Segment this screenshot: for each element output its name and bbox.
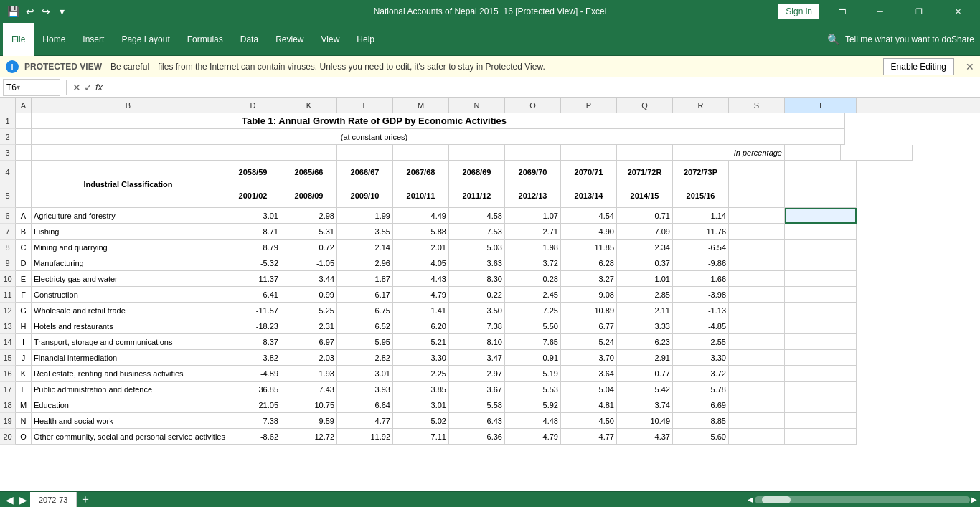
tab-file[interactable]: File	[3, 23, 34, 56]
tab-insert[interactable]: Insert	[74, 23, 113, 56]
next-sheet-icon[interactable]: ▶	[17, 494, 30, 506]
cell-15-v7[interactable]: 2.91	[617, 350, 673, 366]
cell-10-v0[interactable]: 11.37	[225, 271, 281, 287]
cell-13-t[interactable]	[785, 318, 857, 334]
cell-6-v2[interactable]: 1.99	[337, 208, 393, 224]
cell-20-label[interactable]: Other community, social and personal ser…	[32, 429, 225, 445]
cell-5-s[interactable]	[729, 184, 785, 208]
cell-13-v3[interactable]: 6.20	[393, 318, 449, 334]
cell-12-v1[interactable]: 5.25	[281, 303, 337, 318]
cell-6-label[interactable]: Agriculture and forestry	[32, 208, 225, 224]
sign-in-button[interactable]: Sign in	[778, 4, 819, 19]
tab-help[interactable]: Help	[348, 23, 383, 56]
cell-19-v7[interactable]: 10.49	[617, 413, 673, 429]
cell-15-code[interactable]: J	[16, 350, 32, 366]
cell-20-v5[interactable]: 4.79	[505, 429, 561, 445]
cell-14-v4[interactable]: 8.10	[449, 334, 505, 350]
cell-9-code[interactable]: D	[16, 255, 32, 271]
cell-8-v8[interactable]: -6.54	[673, 240, 729, 255]
scroll-left-icon[interactable]: ◀	[748, 496, 753, 503]
cell-1-a[interactable]	[16, 113, 32, 129]
ribbon-collapse-icon[interactable]: 🗖	[825, 0, 858, 23]
cell-17-label[interactable]: Public administration and defence	[32, 382, 225, 397]
cell-14-v3[interactable]: 5.21	[393, 334, 449, 350]
cell-7-v3[interactable]: 5.88	[393, 224, 449, 240]
cell-16-s[interactable]	[729, 366, 785, 382]
cell-3-m[interactable]	[393, 145, 449, 161]
cell-17-v2[interactable]: 3.93	[337, 382, 393, 397]
cell-1-t[interactable]	[773, 113, 845, 129]
cell-7-s[interactable]	[729, 224, 785, 240]
cell-4-a[interactable]	[16, 161, 32, 184]
cell-13-v6[interactable]: 6.77	[561, 318, 617, 334]
cell-12-s[interactable]	[729, 303, 785, 318]
cell-12-v8[interactable]: -1.13	[673, 303, 729, 318]
cell-19-v8[interactable]: 8.85	[673, 413, 729, 429]
redo-icon[interactable]: ↪	[39, 4, 53, 19]
cell-6-v8[interactable]: 1.14	[673, 208, 729, 224]
cell-14-v5[interactable]: 7.65	[505, 334, 561, 350]
cell-14-t[interactable]	[785, 334, 857, 350]
cell-7-v2[interactable]: 3.55	[337, 224, 393, 240]
col-header-b[interactable]: B	[32, 98, 225, 113]
cell-2-a[interactable]	[16, 129, 32, 145]
cell-12-label[interactable]: Wholesale and retail trade	[32, 303, 225, 318]
col-header-t[interactable]: T	[785, 98, 857, 113]
cell-3-b[interactable]	[32, 145, 225, 161]
cell-16-label[interactable]: Real estate, renting and business activi…	[32, 366, 225, 382]
minimize-icon[interactable]: ─	[864, 0, 897, 23]
cell-15-v6[interactable]: 3.70	[561, 350, 617, 366]
cell-20-v3[interactable]: 7.11	[393, 429, 449, 445]
cell-13-code[interactable]: H	[16, 318, 32, 334]
cell-5-a[interactable]	[16, 184, 32, 208]
cell-20-v1[interactable]: 12.72	[281, 429, 337, 445]
cell-9-s[interactable]	[729, 255, 785, 271]
col-header-p[interactable]: P	[561, 98, 617, 113]
cell-6-v0[interactable]: 3.01	[225, 208, 281, 224]
name-box-dropdown-icon[interactable]: ▾	[17, 83, 20, 91]
formula-input[interactable]	[105, 82, 980, 93]
cell-18-t[interactable]	[785, 397, 857, 413]
cell-6-v3[interactable]: 4.49	[393, 208, 449, 224]
share-button[interactable]: Share	[951, 34, 974, 44]
undo-icon[interactable]: ↩	[23, 4, 37, 19]
cell-16-t[interactable]	[785, 366, 857, 382]
cell-12-v6[interactable]: 10.89	[561, 303, 617, 318]
cell-18-code[interactable]: M	[16, 397, 32, 413]
cell-3-n[interactable]	[449, 145, 505, 161]
cell-10-v1[interactable]: -3.44	[281, 271, 337, 287]
cell-14-label[interactable]: Transport, storage and communications	[32, 334, 225, 350]
cell-10-v6[interactable]: 3.27	[561, 271, 617, 287]
prev-sheet-icon[interactable]: ◀	[3, 494, 17, 506]
accept-formula-icon[interactable]: ✓	[84, 82, 93, 93]
col-header-n[interactable]: N	[449, 98, 505, 113]
cell-15-v5[interactable]: -0.91	[505, 350, 561, 366]
cell-19-v0[interactable]: 7.38	[225, 413, 281, 429]
cell-16-v2[interactable]: 3.01	[337, 366, 393, 382]
cell-7-v8[interactable]: 11.76	[673, 224, 729, 240]
cell-7-v4[interactable]: 7.53	[449, 224, 505, 240]
tab-home[interactable]: Home	[34, 23, 74, 56]
cell-18-v2[interactable]: 6.64	[337, 397, 393, 413]
cell-20-t[interactable]	[785, 429, 857, 445]
cell-6-v6[interactable]: 4.54	[561, 208, 617, 224]
cell-12-v4[interactable]: 3.50	[449, 303, 505, 318]
cell-15-v2[interactable]: 2.82	[337, 350, 393, 366]
cell-7-label[interactable]: Fishing	[32, 224, 225, 240]
cell-20-s[interactable]	[729, 429, 785, 445]
cell-11-v1[interactable]: 0.99	[281, 287, 337, 303]
cell-8-label[interactable]: Mining and quarrying	[32, 240, 225, 255]
cell-17-v8[interactable]: 5.78	[673, 382, 729, 397]
cell-12-v2[interactable]: 6.75	[337, 303, 393, 318]
cell-17-s[interactable]	[729, 382, 785, 397]
cell-13-label[interactable]: Hotels and restaurants	[32, 318, 225, 334]
cell-13-v7[interactable]: 3.33	[617, 318, 673, 334]
col-header-k[interactable]: K	[281, 98, 337, 113]
cell-9-v3[interactable]: 4.05	[393, 255, 449, 271]
cell-10-v7[interactable]: 1.01	[617, 271, 673, 287]
cell-16-v1[interactable]: 1.93	[281, 366, 337, 382]
cell-13-v2[interactable]: 6.52	[337, 318, 393, 334]
cell-2-t[interactable]	[773, 129, 845, 145]
cell-14-v7[interactable]: 6.23	[617, 334, 673, 350]
cell-7-v1[interactable]: 5.31	[281, 224, 337, 240]
